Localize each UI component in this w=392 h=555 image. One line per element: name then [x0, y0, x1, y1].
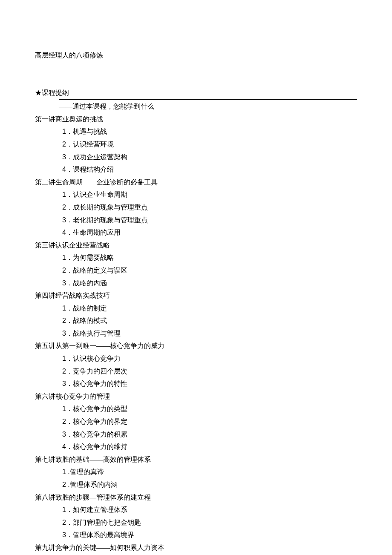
- item-number: 4．: [62, 229, 73, 236]
- list-item: 1．为何需要战略: [62, 251, 357, 264]
- item-text: 管理体系的内涵: [70, 481, 118, 488]
- section-title: 第八讲致胜的步骤—管理体系的建立程: [35, 491, 357, 504]
- item-text: 生命周期的应用: [73, 229, 121, 236]
- item-text: 战略的模式: [73, 317, 107, 324]
- course-subtitle: ——通过本课程，您能学到什么: [59, 100, 357, 113]
- item-number: 2 .: [62, 481, 70, 488]
- item-text: 核心竞争力的特性: [73, 380, 127, 387]
- item-text: 战略的定义与误区: [73, 267, 127, 274]
- item-number: 3．: [62, 431, 73, 438]
- item-text: 课程结构介绍: [73, 166, 114, 173]
- item-text: 机遇与挑战: [73, 128, 107, 135]
- item-text: 战略的制定: [73, 305, 107, 312]
- item-number: 2．: [62, 141, 73, 148]
- list-item: 3．老化期的现象与管理重点: [62, 214, 357, 227]
- item-text: 管理体系的最高境界: [73, 531, 134, 538]
- section-title: 第九讲竞争力的关键——如何积累人力资本: [35, 541, 357, 554]
- item-text: 为何需要战略: [73, 254, 114, 261]
- list-item: 4．核心竞争力的维持: [62, 440, 357, 453]
- list-item: 1．如何建立管理体系: [62, 503, 357, 516]
- list-item: 4．生命周期的应用: [62, 226, 357, 239]
- item-text: 如何建立管理体系: [73, 506, 127, 513]
- list-item: 3．战略的内涵: [62, 277, 357, 290]
- item-text: 战略的内涵: [73, 279, 107, 287]
- item-number: 1．: [62, 355, 73, 362]
- list-item: 1．认识企业生命周期: [62, 188, 357, 201]
- item-text: 认识企业生命周期: [73, 191, 127, 198]
- item-number: 1．: [62, 305, 73, 312]
- item-text: 核心竞争力的积累: [73, 431, 127, 438]
- list-item: 1．核心竞争力的类型: [62, 403, 357, 415]
- list-item: 1．机遇与挑战: [62, 125, 357, 138]
- item-number: 1 .: [62, 468, 70, 475]
- item-text: 核心竞争力的类型: [73, 405, 127, 412]
- item-number: 2．: [62, 418, 73, 425]
- sections-container: 第一讲商业奥运的挑战1．机遇与挑战2．认识经营环境3．成功企业运营架构4．课程结…: [35, 113, 357, 555]
- list-item: 2．部门管理的七把金钥匙: [62, 516, 357, 529]
- item-number: 2．: [62, 368, 73, 375]
- item-number: 2．: [62, 519, 73, 526]
- list-item: 2．成长期的现象与管理重点: [62, 201, 357, 214]
- section-title: 第二讲生命周期——企业诊断的必备工具: [35, 176, 357, 189]
- list-item: 3．战略执行与管理: [62, 327, 357, 340]
- list-item: 1 .管理的真谛: [62, 466, 357, 478]
- section-title: 第五讲从第一到唯一——核心竞争力的威力: [35, 339, 357, 352]
- section-title: 第七讲致胜的基础——高效的管理体系: [35, 453, 357, 466]
- item-text: 认识经营环境: [73, 141, 114, 148]
- list-item: 3．核心竞争力的特性: [62, 377, 357, 390]
- item-text: 成功企业运营架构: [73, 153, 127, 161]
- list-item: 4．课程结构介绍: [62, 163, 357, 176]
- list-item: 2 .管理体系的内涵: [62, 478, 357, 491]
- list-item: 3．管理体系的最高境界: [62, 529, 357, 541]
- item-number: 1．: [62, 506, 73, 513]
- item-number: 3．: [62, 531, 73, 538]
- item-number: 2．: [62, 204, 73, 211]
- list-item: 1．认识核心竞争力: [62, 352, 357, 365]
- list-item: 2．战略的模式: [62, 314, 357, 327]
- list-item: 2．竞争力的四个层次: [62, 365, 357, 378]
- item-number: 4．: [62, 166, 73, 173]
- section-title: 第四讲经营战略实战技巧: [35, 289, 357, 302]
- list-item: 2．认识经营环境: [62, 138, 357, 151]
- section-title: 第一讲商业奥运的挑战: [35, 113, 357, 126]
- item-number: 1．: [62, 128, 73, 135]
- list-item: 3．核心竞争力的积累: [62, 428, 357, 441]
- item-number: 3．: [62, 216, 73, 224]
- item-number: 1．: [62, 191, 73, 198]
- item-number: 3．: [62, 279, 73, 287]
- list-item: 3．成功企业运营架构: [62, 151, 357, 164]
- item-text: 核心竞争力的界定: [73, 418, 127, 425]
- item-text: 核心竞争力的维持: [73, 443, 127, 450]
- item-text: 部门管理的七把金钥匙: [73, 519, 141, 526]
- divider: [59, 99, 357, 100]
- item-number: 1．: [62, 254, 73, 261]
- document-title: 高层经理人的八项修炼: [35, 49, 357, 62]
- list-item: 1．战略的制定: [62, 302, 357, 315]
- item-number: 1．: [62, 405, 73, 412]
- item-number: 3．: [62, 153, 73, 161]
- item-text: 战略执行与管理: [73, 330, 121, 337]
- section-title: 第三讲认识企业经营战略: [35, 239, 357, 252]
- item-number: 2．: [62, 267, 73, 274]
- outline-header: ★课程提纲: [35, 86, 357, 99]
- item-text: 成长期的现象与管理重点: [73, 204, 148, 211]
- item-number: 3．: [62, 380, 73, 387]
- item-number: 3．: [62, 330, 73, 337]
- item-number: 4．: [62, 443, 73, 450]
- item-text: 认识核心竞争力: [73, 355, 121, 362]
- list-item: 2．核心竞争力的界定: [62, 415, 357, 428]
- item-number: 2．: [62, 317, 73, 324]
- item-text: 竞争力的四个层次: [73, 368, 127, 375]
- section-title: 第六讲核心竞争力的管理: [35, 390, 357, 403]
- item-text: 老化期的现象与管理重点: [73, 216, 148, 224]
- list-item: 2．战略的定义与误区: [62, 264, 357, 277]
- item-text: 管理的真谛: [70, 468, 104, 475]
